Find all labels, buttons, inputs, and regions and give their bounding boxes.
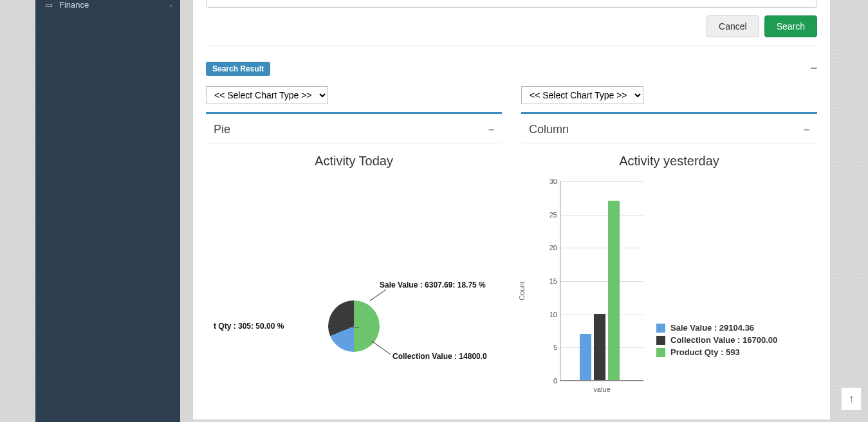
legend-label: Collection Value : 16700.00: [670, 335, 777, 345]
legend-swatch: [656, 336, 665, 345]
search-result-badge: Search Result: [206, 62, 270, 76]
column-bar: [608, 201, 620, 380]
pie-card-heading: Pie: [214, 123, 230, 136]
legend-label: Product Qty : 593: [670, 347, 740, 357]
search-button[interactable]: Search: [764, 15, 817, 37]
legend-item: Collection Value : 16700.00: [656, 335, 777, 345]
column-legend: Sale Value : 29104.36Collection Value : …: [656, 323, 777, 407]
result-panel-header: Search Result −: [206, 62, 817, 76]
legend-item: Sale Value : 29104.36: [656, 323, 777, 333]
sidebar-item-finance[interactable]: ▭ Finance ‹: [35, 0, 180, 16]
pie-chart: Sale Value : 6307.69: 18.75 % Collection…: [206, 175, 502, 381]
y-tick: 10: [549, 311, 557, 318]
select-chart-type-right[interactable]: << Select Chart Type >>: [521, 86, 643, 104]
legend-swatch: [656, 348, 665, 357]
collapse-icon[interactable]: −: [804, 124, 809, 136]
legend-swatch: [656, 324, 665, 333]
sidebar-item-label: Finance: [59, 0, 89, 10]
legend-item: Product Qty : 593: [656, 347, 777, 357]
pie-slice-label-qty: t Qty : 305: 50.00 %: [214, 322, 284, 331]
action-row: Cancel Search: [206, 8, 817, 46]
pie-graphic: [328, 300, 380, 352]
column-bar: [594, 314, 605, 380]
column-bar: [580, 334, 591, 380]
pie-slice-label-collection: Collection Value : 14800.0: [392, 352, 487, 361]
y-tick: 0: [553, 377, 557, 385]
collapse-icon[interactable]: −: [810, 62, 817, 75]
y-tick: 30: [549, 178, 557, 185]
y-axis: 051015202530: [540, 181, 560, 381]
y-tick: 5: [553, 344, 557, 351]
briefcase-icon: ▭: [45, 0, 53, 10]
column-card-heading: Column: [529, 123, 569, 136]
y-tick: 25: [549, 211, 557, 219]
y-axis-label: Count: [518, 281, 526, 300]
y-tick: 15: [549, 277, 557, 285]
y-tick: 20: [549, 244, 557, 252]
sidebar: ▭ Finance ‹: [35, 0, 180, 422]
cancel-button[interactable]: Cancel: [706, 15, 759, 37]
select-chart-type-left[interactable]: << Select Chart Type >>: [206, 86, 328, 104]
pie-chart-card: Pie − Activity Today Sale Value : 6307.6…: [206, 112, 502, 381]
legend-label: Sale Value : 29104.36: [670, 323, 754, 333]
column-chart: Count 051015202530 value Sale Value : 29…: [521, 175, 817, 407]
filter-bar: [206, 0, 817, 8]
x-axis-label: value: [593, 385, 610, 393]
pie-slice-label-sale: Sale Value : 6307.69: 18.75 %: [380, 280, 486, 289]
column-plot: value: [560, 181, 643, 381]
main-content: Cancel Search Search Result − << Select …: [193, 0, 830, 419]
scroll-top-button[interactable]: ↑: [841, 387, 862, 410]
column-chart-card: Column − Activity yesterday Count 051015…: [521, 112, 817, 407]
pie-chart-title: Activity Today: [206, 143, 502, 175]
chevron-left-icon: ‹: [170, 1, 172, 9]
collapse-icon[interactable]: −: [488, 124, 494, 136]
column-chart-title: Activity yesterday: [521, 143, 817, 175]
